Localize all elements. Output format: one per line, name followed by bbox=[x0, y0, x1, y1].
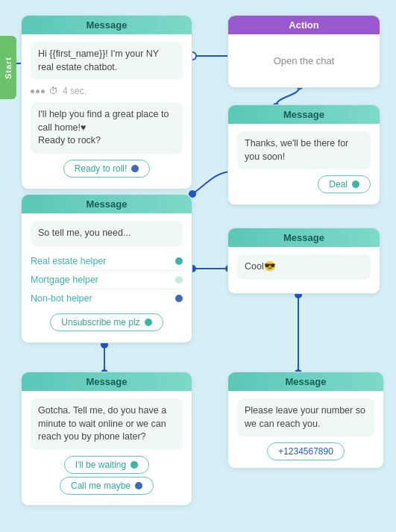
card4-button-dot bbox=[145, 319, 152, 326]
card4-button-label: Unsubscribe me plz bbox=[61, 317, 139, 328]
card4-bubble1: So tell me, you need... bbox=[31, 221, 183, 246]
option-3-label: Non-bot helper bbox=[31, 293, 92, 304]
card3-button-dot bbox=[352, 181, 359, 188]
timer-icon: ⏱ bbox=[49, 86, 58, 96]
card6-button2[interactable]: Call me maybe bbox=[60, 477, 154, 495]
card1-button-label: Ready to roll! bbox=[75, 163, 128, 174]
card1-timer: 4 sec. bbox=[63, 86, 87, 96]
card1-bubble1: Hi {{first_name}}! I'm your NY real esta… bbox=[31, 42, 183, 80]
typing-dots bbox=[31, 90, 45, 93]
card6-button2-label: Call me maybe bbox=[71, 481, 131, 491]
option-2-dot bbox=[175, 276, 183, 284]
card5-header: Message bbox=[228, 228, 380, 247]
card6-button2-dot bbox=[135, 482, 142, 489]
card-message-3: Message Thanks, we'll be there for you s… bbox=[227, 104, 380, 205]
option-1-label: Real estate helper bbox=[31, 256, 106, 266]
card7-phone-button[interactable]: +1234567890 bbox=[267, 442, 345, 460]
card3-bubble1: Thanks, we'll be there for you soon! bbox=[237, 131, 371, 169]
option-3: Non-bot helper bbox=[31, 290, 183, 307]
card6-bubble1: Gotcha. Tell me, do you have a minute to… bbox=[31, 398, 183, 450]
card1-typing: ⏱ 4 sec. bbox=[31, 86, 183, 96]
card4-button[interactable]: Unsubscribe me plz bbox=[50, 313, 163, 331]
card1-header: Message bbox=[22, 16, 192, 34]
card2-header: Action bbox=[228, 16, 380, 34]
option-3-dot bbox=[175, 295, 183, 302]
card-message-4: Message So tell me, you need... Real est… bbox=[21, 194, 192, 343]
card1-button-dot bbox=[131, 165, 139, 172]
option-2: Mortgage helper bbox=[31, 271, 183, 290]
card3-button-label: Deal bbox=[329, 179, 348, 190]
card5-bubble1: Cool😎 bbox=[237, 254, 371, 280]
card7-header: Message bbox=[228, 372, 383, 391]
card-message-1: Message Hi {{first_name}}! I'm your NY r… bbox=[21, 15, 192, 190]
card1-button[interactable]: Ready to roll! bbox=[63, 160, 151, 178]
card6-header: Message bbox=[22, 372, 192, 391]
start-bar: Start bbox=[0, 36, 16, 99]
card-message-7: Message Please leave your number so we c… bbox=[227, 372, 384, 469]
card7-phone-value: +1234567890 bbox=[278, 446, 333, 457]
card4-options: Real estate helper Mortgage helper Non-b… bbox=[31, 252, 183, 307]
card6-button1[interactable]: I'll be waiting bbox=[64, 456, 149, 474]
card-action: Action Open the chat bbox=[227, 15, 380, 88]
card7-bubble1: Please leave your number so we can reach… bbox=[237, 398, 374, 436]
option-1-dot bbox=[175, 257, 183, 265]
card6-button1-dot bbox=[131, 461, 138, 469]
option-2-label: Mortgage helper bbox=[31, 275, 98, 285]
card6-button1-label: I'll be waiting bbox=[75, 460, 126, 470]
card1-bubble2: I'll help you find a great place to call… bbox=[31, 102, 183, 154]
card3-button[interactable]: Deal bbox=[318, 175, 371, 193]
start-label: Start bbox=[4, 56, 13, 78]
card3-header: Message bbox=[228, 105, 380, 124]
card-message-5: Message Cool😎 bbox=[227, 228, 380, 294]
card-message-6: Message Gotcha. Tell me, do you have a m… bbox=[21, 372, 192, 506]
card2-action-text: Open the chat bbox=[237, 42, 371, 80]
card4-header: Message bbox=[22, 195, 192, 213]
option-1: Real estate helper bbox=[31, 252, 183, 271]
